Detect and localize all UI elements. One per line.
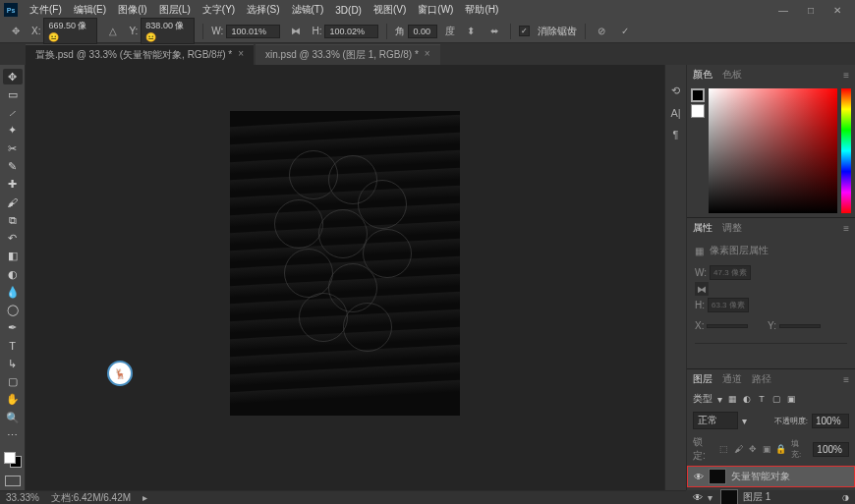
wh-link-icon[interactable]: ⧓ [695, 282, 709, 296]
paragraph-icon[interactable]: ¶ [673, 129, 679, 140]
menu-layer[interactable]: 图层(L) [153, 3, 197, 17]
menu-view[interactable]: 视图(V) [368, 3, 412, 17]
crop-tool[interactable]: ✂ [3, 140, 23, 156]
menu-select[interactable]: 选择(S) [241, 3, 285, 17]
properties-tab[interactable]: 属性 [693, 221, 712, 235]
lasso-tool[interactable]: ⟋ [3, 105, 23, 121]
dodge-tool[interactable]: ◯ [3, 302, 23, 317]
stamp-tool[interactable]: ⧉ [3, 212, 23, 228]
menu-window[interactable]: 窗口(W) [412, 3, 459, 17]
move-tool-icon[interactable]: ✥ [8, 24, 24, 39]
color-field[interactable] [709, 88, 837, 213]
gradient-tool[interactable]: ◐ [3, 266, 23, 282]
fill-input[interactable]: 100% [813, 442, 849, 457]
doc-tab-2-close-icon[interactable]: × [425, 48, 430, 62]
visibility-icon[interactable]: 👁 [694, 472, 704, 482]
prop-y-input[interactable] [779, 324, 821, 328]
marquee-tool[interactable]: ▭ [3, 86, 23, 102]
skew-v-icon[interactable]: ⬌ [486, 24, 502, 39]
swatches-tab[interactable]: 色板 [722, 68, 742, 82]
menu-edit[interactable]: 编辑(E) [68, 3, 112, 17]
pen-tool[interactable]: ✒ [3, 320, 23, 336]
antialias-check[interactable]: ✓ [519, 26, 530, 36]
path-tool[interactable]: ↳ [3, 356, 23, 371]
filter-image-icon[interactable]: ▦ [727, 394, 737, 404]
doc-tab-2[interactable]: xin.psd @ 33.3% (图层 1, RGB/8) *× [256, 44, 440, 65]
move-tool[interactable]: ✥ [3, 69, 23, 84]
menu-help[interactable]: 帮助(H) [459, 3, 504, 17]
lock-position-icon[interactable]: ✥ [748, 444, 758, 454]
character-icon[interactable]: A| [670, 107, 680, 119]
zoom-tool[interactable]: 🔍 [3, 410, 23, 425]
maximize-button[interactable]: □ [808, 5, 814, 16]
menu-filter[interactable]: 滤镜(T) [286, 3, 330, 17]
status-arrow-icon[interactable]: ▸ [142, 492, 147, 503]
layers-tab[interactable]: 图层 [693, 372, 712, 386]
canvas-area[interactable]: 🦌 [26, 65, 664, 490]
skew-h-icon[interactable]: ⬍ [463, 24, 479, 39]
zoom-level[interactable]: 33.33% [6, 492, 39, 503]
edit-toolbar[interactable]: ⋯ [3, 427, 23, 443]
filter-shape-icon[interactable]: ▢ [771, 394, 781, 404]
history-icon[interactable]: ⟲ [671, 84, 680, 97]
hue-slider[interactable] [841, 88, 851, 213]
panel-menu-icon[interactable]: ≡ [843, 70, 849, 81]
history-brush-tool[interactable]: ↶ [3, 230, 23, 246]
layer-row[interactable]: 👁 矢量智能对象 [687, 466, 855, 487]
x-input[interactable]: 669.50 像😐 [43, 18, 97, 44]
filter-type-icon[interactable]: T [757, 394, 767, 404]
w-input[interactable]: 100.01% [226, 25, 280, 38]
color-swatches[interactable] [4, 452, 22, 468]
lock-artboard-icon[interactable]: ▣ [762, 444, 771, 454]
menu-file[interactable]: 文件(F) [24, 3, 68, 17]
prop-w-input[interactable]: 47.3 像素 [710, 265, 751, 280]
menu-3d[interactable]: 3D(D) [329, 5, 368, 16]
quickmask-toggle[interactable] [5, 476, 21, 486]
blend-mode[interactable]: 正常 [693, 412, 738, 429]
visibility-icon[interactable]: 👁 [693, 492, 703, 503]
smart-filter-icon[interactable]: ◑ [842, 493, 849, 502]
bg-color-swatch[interactable] [691, 104, 705, 118]
expand-icon[interactable]: ▾ [708, 492, 715, 503]
menu-image[interactable]: 图像(I) [112, 3, 152, 17]
prop-x-input[interactable] [707, 324, 748, 328]
prop-h-input[interactable]: 63.3 像素 [708, 298, 749, 312]
type-tool[interactable]: T [3, 338, 23, 354]
filter-adjust-icon[interactable]: ◐ [742, 394, 752, 404]
healing-tool[interactable]: ✚ [3, 177, 23, 193]
adjustments-tab[interactable]: 调整 [722, 221, 742, 235]
lock-paint-icon[interactable]: 🖌 [733, 444, 743, 454]
doc-tab-1[interactable]: 置换.psd @ 33.3% (矢量智能对象, RGB/8#) *× [26, 44, 254, 65]
channels-tab[interactable]: 通道 [722, 372, 742, 386]
paths-tab[interactable]: 路径 [752, 372, 771, 386]
filter-smart-icon[interactable]: ▣ [786, 394, 796, 404]
color-tab[interactable]: 颜色 [693, 68, 712, 82]
commit-icon[interactable]: ✓ [617, 24, 633, 39]
doc-tab-1-close-icon[interactable]: × [238, 48, 244, 62]
h-input[interactable]: 100.02% [324, 25, 378, 38]
lock-all-icon[interactable]: 🔒 [776, 444, 786, 454]
eraser-tool[interactable]: ◧ [3, 249, 23, 264]
layer-row[interactable]: 👁 ▾ 图层 1 ◑ [687, 487, 855, 504]
close-button[interactable]: ✕ [833, 5, 841, 16]
hand-tool[interactable]: ✋ [3, 392, 23, 408]
angle-input[interactable]: 0.00 [408, 25, 437, 38]
panel-menu-icon[interactable]: ≡ [843, 374, 849, 385]
lock-transparent-icon[interactable]: ⬚ [719, 444, 729, 454]
magic-wand-tool[interactable]: ✦ [3, 123, 23, 139]
delta-icon[interactable]: △ [105, 24, 121, 39]
blur-tool[interactable]: 💧 [3, 284, 23, 300]
opacity-input[interactable]: 100% [812, 414, 849, 428]
minimize-button[interactable]: — [778, 5, 788, 16]
fg-swatch[interactable] [4, 452, 16, 464]
menu-type[interactable]: 文字(Y) [197, 3, 241, 17]
shape-tool[interactable]: ▢ [3, 374, 23, 390]
cancel-icon[interactable]: ⊘ [594, 24, 609, 39]
fg-color-swatch[interactable] [691, 88, 705, 102]
panel-menu-icon[interactable]: ≡ [843, 223, 849, 234]
doc-size[interactable]: 文档:6.42M/6.42M [51, 491, 131, 505]
kind-filter[interactable]: 类型 [693, 392, 712, 406]
eyedropper-tool[interactable]: ✎ [3, 158, 23, 174]
y-input[interactable]: 838.00 像😐 [141, 18, 195, 44]
link-icon[interactable]: ⧓ [288, 24, 304, 39]
